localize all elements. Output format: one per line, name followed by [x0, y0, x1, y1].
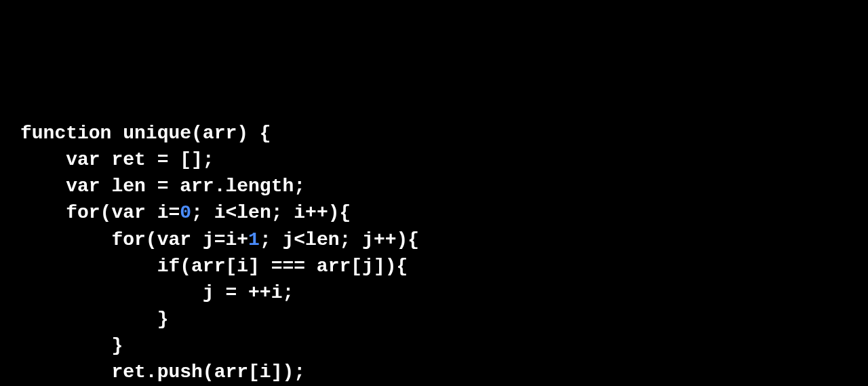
- code-line-10: ret.push(arr[i]);: [20, 362, 305, 383]
- code-line-7: j = ++i;: [20, 282, 294, 303]
- code-line-4-part2: ; i<len; i++){: [191, 202, 351, 223]
- code-line-5-part1: for(var j=i+: [20, 229, 248, 250]
- code-line-4-part1: for(var i=: [20, 202, 180, 223]
- code-line-2: var ret = [];: [20, 149, 214, 170]
- code-line-6: if(arr[i] === arr[j]){: [20, 256, 408, 277]
- code-line-8: }: [20, 309, 168, 330]
- code-line-1: function unique(arr) {: [20, 123, 271, 144]
- code-highlight-one: 1: [248, 229, 260, 250]
- code-highlight-zero: 0: [180, 202, 191, 223]
- code-line-3: var len = arr.length;: [20, 176, 305, 197]
- code-line-9: }: [20, 335, 123, 356]
- code-line-5-part2: ; j<len; j++){: [260, 229, 419, 250]
- code-block: function unique(arr) { var ret = []; var…: [20, 120, 848, 386]
